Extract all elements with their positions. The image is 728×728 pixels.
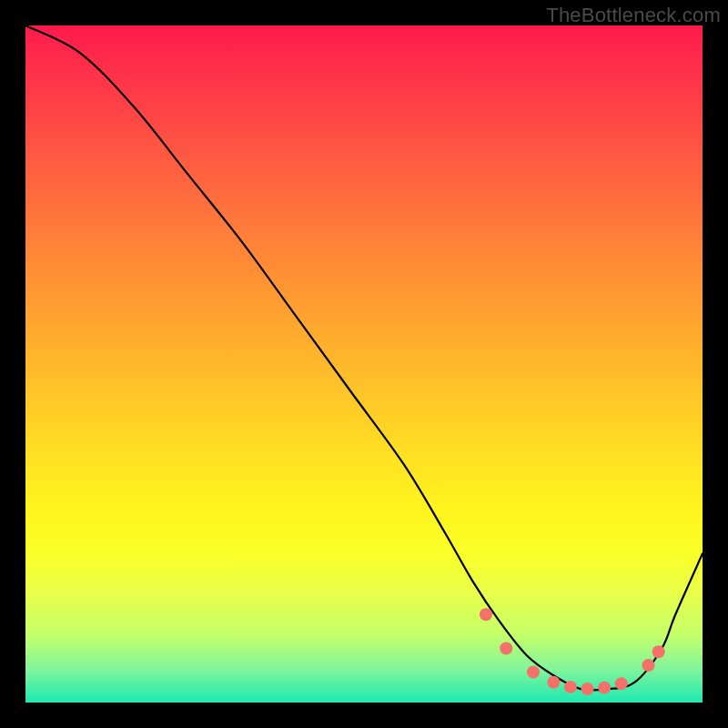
marker-dot — [564, 681, 577, 693]
watermark-text: TheBottleneck.com — [546, 4, 721, 27]
curve-markers — [480, 608, 665, 695]
marker-dot — [615, 677, 628, 690]
marker-dot — [527, 666, 540, 679]
marker-dot — [642, 659, 654, 672]
plot-area — [25, 25, 703, 703]
chart-container: TheBottleneck.com — [0, 0, 728, 728]
main-curve — [25, 25, 703, 691]
marker-dot — [480, 608, 492, 621]
marker-dot — [500, 642, 512, 654]
marker-dot — [581, 682, 594, 695]
marker-dot — [547, 676, 560, 689]
marker-dot — [598, 682, 611, 694]
curve-layer — [25, 25, 703, 703]
marker-dot — [652, 645, 665, 658]
